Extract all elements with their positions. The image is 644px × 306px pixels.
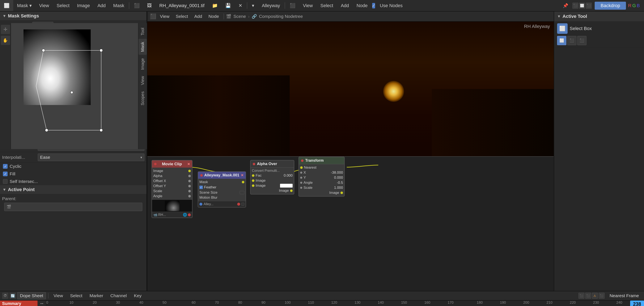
ds-channel-btn[interactable]: Channel (108, 291, 130, 300)
file-save-btn[interactable]: 💾 (222, 0, 235, 11)
use-nodes-label[interactable]: Use Nodes (376, 0, 406, 11)
socket-offsetx-dot[interactable] (188, 180, 191, 182)
end-frame-value[interactable]: 250 (32, 32, 53, 40)
pin-icon[interactable]: 📌 (563, 3, 568, 8)
interpolation-dropdown[interactable]: Ease ▾ (38, 154, 144, 161)
topbar-mask-menu2[interactable]: Mask (109, 0, 128, 11)
image-in-socket[interactable] (300, 166, 303, 169)
dopesheet-mode-icon[interactable]: ⏱ (2, 292, 8, 299)
display-mode-1[interactable]: ⬛ (572, 3, 578, 9)
ds-view-btn[interactable]: View (50, 291, 66, 300)
comp-add-btn[interactable]: Add (192, 12, 205, 21)
falloff-dropdown[interactable]: ∧ Smooth ▾ (30, 109, 144, 116)
fill-checkbox[interactable]: ✓ (3, 172, 8, 176)
topbar-mask-menu[interactable]: Mask ▾ (13, 0, 36, 11)
mask-layers-header[interactable]: ▼ Mask Layers (0, 41, 146, 50)
image-type-btn[interactable]: 🖼 (143, 0, 156, 11)
render-icon-btn[interactable]: ⬛ (130, 0, 143, 11)
topbar-add-menu[interactable]: Add (94, 0, 109, 11)
file-browse-btn[interactable]: 📁 (208, 0, 222, 11)
alpha-out-socket[interactable] (290, 189, 292, 192)
main-area: ▼ Mask Settings Start Frame 1 End Frame … (0, 12, 644, 306)
feather-checkbox[interactable]: ✓ (200, 186, 203, 189)
comp-add-menu[interactable]: Add (337, 0, 353, 11)
ds-warning-icon[interactable]: ⚠ (592, 293, 598, 299)
backdrop-button[interactable]: Backdrop (595, 2, 626, 10)
dopesheet-mode-select[interactable]: Dope Sheet (17, 292, 46, 299)
socket-angle-dot[interactable] (188, 195, 191, 197)
mask-node-close[interactable]: ✕ (241, 173, 244, 177)
tab-image[interactable]: Image (138, 55, 147, 73)
active-spline-header[interactable]: ▼ Active Spline (0, 133, 146, 142)
movie-clip-close[interactable]: ✕ (187, 162, 190, 166)
layer-expand-btn[interactable] (242, 203, 244, 206)
opacity-slider-container[interactable]: 1.000 (30, 90, 136, 96)
ds-marker-btn[interactable]: Marker (86, 291, 106, 300)
comp-select-btn[interactable]: Select (173, 12, 190, 21)
ds-filter-icon[interactable]: ⬛ (599, 293, 604, 299)
tab-mask[interactable]: Mask (138, 39, 147, 55)
topbar-view-menu[interactable]: View (36, 0, 53, 11)
ds-icon2[interactable]: ⬛ (585, 293, 591, 299)
tab-tool[interactable]: Tool (138, 25, 147, 39)
ds-select-btn[interactable]: Select (67, 291, 85, 300)
compositor-viewport[interactable]: RH Alleyway (147, 22, 554, 291)
comp-mode-icon[interactable]: ⬛ (150, 13, 156, 20)
active-point-header[interactable]: ▼ Active Point (0, 185, 146, 194)
tab-scopes[interactable]: Scopes (138, 88, 147, 108)
comp-node-btn[interactable]: Node (206, 12, 222, 21)
image1-socket-in[interactable] (252, 179, 254, 182)
fac-socket-in[interactable] (252, 174, 254, 177)
cyclic-row: ✓ Cyclic (0, 163, 146, 170)
parent-field[interactable]: 🎬 (4, 203, 142, 211)
display-mode-2[interactable]: ⬜ (579, 3, 585, 9)
topbar-mode-icon[interactable]: ⬜ (0, 0, 13, 11)
ds-sep1 (48, 293, 48, 298)
movie-clip-header: Movie Clip ✕ (152, 160, 192, 168)
topbar-select-menu[interactable]: Select (53, 0, 73, 11)
socket-scale-dot[interactable] (188, 190, 191, 192)
dopesheet-icon2[interactable]: 🔄 (10, 292, 16, 299)
tool-select-1[interactable]: ⬛ (567, 36, 576, 45)
socket-alpha-out-dot[interactable] (188, 175, 191, 177)
n-panel: ▼ Active Tool ⬜ Select Box ⬜ ⬛ ⬛ (554, 12, 644, 306)
dropdown-btn[interactable]: ▾ (248, 0, 258, 11)
start-frame-value[interactable]: 1 (32, 22, 53, 30)
comp-view-btn[interactable]: View (158, 12, 172, 21)
scene-size-toggle[interactable] (240, 191, 244, 194)
comp-icon[interactable]: ⬛ (286, 0, 299, 11)
layer-dot (200, 203, 202, 206)
socket-mask-out-dot[interactable] (242, 181, 244, 183)
image2-socket-in[interactable] (252, 184, 254, 187)
tool-select-2[interactable]: ⬛ (577, 36, 586, 45)
comp-select-menu[interactable]: Select (316, 0, 337, 11)
ds-icon1[interactable]: ⬛ (578, 293, 584, 299)
blend-dropdown[interactable]: Subtract ▾ (30, 99, 144, 106)
select-box-row: ⬜ Select Box (557, 23, 641, 34)
ds-key-btn[interactable]: Key (131, 291, 144, 300)
display-mode-3[interactable]: ⬛ (586, 3, 592, 9)
move-tool-btn[interactable]: ☩ (1, 25, 10, 34)
node-checkbox[interactable]: ✓ (372, 3, 375, 9)
socket-image-out-dot[interactable] (188, 170, 191, 172)
comp-view-menu[interactable]: View (299, 0, 316, 11)
properties-panel: ▼ Mask Settings Start Frame 1 End Frame … (0, 12, 147, 291)
mask-settings-header[interactable]: ▼ Mask Settings (0, 12, 146, 21)
comp-node-menu[interactable]: Node (353, 0, 372, 11)
feather-offset-dropdown[interactable]: Even ▾ (38, 143, 144, 151)
transform-out-socket[interactable] (340, 192, 343, 194)
tool-select-box[interactable]: ⬜ (557, 36, 566, 45)
socket-offsety-dot[interactable] (188, 185, 191, 187)
ticks-area[interactable]: 0 10 20 30 40 50 60 70 80 90 100 110 (46, 300, 628, 306)
current-frame-badge[interactable]: 238 (630, 300, 644, 306)
cyclic-checkbox[interactable]: ✓ (3, 164, 8, 169)
hand-tool-btn[interactable]: ✋ (1, 36, 10, 45)
transform-image-out: Image (300, 190, 343, 195)
file-close-btn[interactable]: ✕ (235, 0, 246, 11)
active-tool-header[interactable]: ▼ Active Tool (554, 12, 644, 21)
layer-alleyway[interactable]: ⬛ 📹 📷 Alleyway (0, 50, 138, 59)
ds-arrow-btn[interactable]: ↔ (38, 300, 46, 306)
topbar-image-menu[interactable]: Image (73, 0, 94, 11)
self-intersec-checkbox[interactable]: ✓ (3, 179, 8, 184)
tab-view[interactable]: View (138, 73, 147, 88)
